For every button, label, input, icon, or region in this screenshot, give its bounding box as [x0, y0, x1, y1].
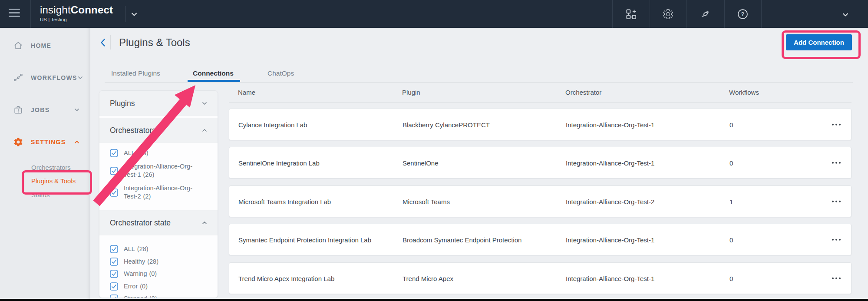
filter-section-title: Orchestrators [110, 126, 156, 135]
filter-option-count: (0) [149, 270, 157, 277]
chevron-up-icon [201, 219, 208, 226]
row-actions-menu-icon[interactable] [831, 236, 842, 243]
cell-plugin: Microsoft Teams [403, 198, 450, 205]
chevron-down-icon [201, 100, 208, 107]
window-bottom-edge [0, 299, 868, 301]
back-button[interactable] [96, 36, 110, 50]
cell-plugin: SentinelOne [403, 159, 439, 166]
filter-option-label: Integration-Alliance-Org-Test-1 [124, 163, 192, 178]
tab-connections[interactable]: Connections [193, 69, 234, 79]
filter-option[interactable]: Stopped(0) [110, 294, 213, 298]
brand-environment: US | Testing [40, 17, 113, 22]
sidebar-item-plugins-tools[interactable]: Plugins & Tools [31, 175, 76, 186]
cell-workflows: 0 [729, 275, 733, 282]
filter-option[interactable]: Error(0) [110, 282, 213, 291]
topbar: insightConnect US | Testing [0, 0, 868, 28]
filter-option[interactable]: Integration-Alliance-Org-Test-2(2) [110, 184, 213, 201]
svg-text:?: ? [741, 11, 745, 17]
table-row[interactable]: Trend Micro Apex Integration Lab Trend M… [229, 262, 851, 294]
filter-option-count: (26) [143, 171, 155, 178]
checkbox-checked-icon[interactable] [110, 189, 118, 197]
filter-option[interactable]: Healthy(28) [110, 258, 213, 266]
account-chevron-icon[interactable] [842, 11, 849, 19]
title-separator [110, 35, 111, 50]
checkbox-checked-icon[interactable] [110, 282, 118, 291]
checkbox-checked-icon[interactable] [110, 167, 118, 175]
sidebar-item-home[interactable]: HOME [0, 38, 90, 53]
sidebar: HOME WORKFLOWS [0, 28, 90, 301]
product-switch-chevron-icon[interactable] [130, 10, 138, 18]
sub-item-label: Status [31, 191, 50, 198]
filter-section-plugins[interactable]: Plugins [99, 91, 218, 116]
filter-section-orchestrator-state[interactable]: Orchestrator state [99, 210, 218, 235]
help-icon[interactable]: ? [737, 8, 749, 20]
cell-name: Microsoft Teams Integration Lab [238, 198, 331, 205]
filter-option[interactable]: ALL(28) [110, 245, 213, 253]
filter-option-count: (2) [143, 193, 151, 200]
cell-workflows: 0 [729, 236, 733, 243]
app-window: insightConnect US | Testing [0, 0, 868, 301]
sidebar-item-orchestrators[interactable]: Orchestrators [31, 162, 71, 173]
sidebar-item-settings[interactable]: SETTINGS [0, 135, 90, 149]
topbar-divider [650, 0, 650, 28]
chevron-up-icon [201, 127, 208, 134]
cell-name: Cylance Integration Lab [238, 121, 307, 128]
tab-installed-plugins[interactable]: Installed Plugins [111, 69, 160, 79]
account-name-redacted[interactable] [776, 7, 829, 20]
filter-panel: Plugins Orchestrators ALL(28) [99, 90, 218, 298]
brand-separator [125, 6, 125, 22]
table-header-rule [229, 103, 851, 103]
filter-option-label: ALL [124, 149, 135, 156]
checkbox-checked-icon[interactable] [110, 294, 118, 298]
brand-connect: Connect [71, 4, 113, 16]
column-header-plugin: Plugin [402, 89, 420, 96]
table-row[interactable]: Microsoft Teams Integration Lab Microsof… [229, 185, 851, 217]
cell-workflows: 0 [729, 121, 733, 128]
filter-section-orchestrators[interactable]: Orchestrators [99, 118, 218, 143]
table-row[interactable]: Symantec Endpoint Protection Integration… [229, 224, 851, 255]
checkbox-checked-icon[interactable] [110, 270, 118, 278]
sidebar-item-label: HOME [31, 42, 51, 49]
cell-orchestrator: Integration-Alliance-Org-Test-1 [566, 121, 654, 128]
cell-plugin: Blackberry CylancePROTECT [403, 121, 490, 128]
cell-plugin: Trend Micro Apex [403, 275, 453, 282]
sidebar-item-workflows[interactable]: WORKFLOWS [0, 70, 90, 85]
cell-orchestrator: Integration-Alliance-Org-Test-1 [566, 275, 654, 282]
row-actions-menu-icon[interactable] [831, 198, 842, 205]
filter-option[interactable]: ALL(28) [110, 149, 213, 157]
filter-option[interactable]: Warning(0) [110, 270, 213, 278]
table-row[interactable]: SentinelOne Integration Lab SentinelOne … [229, 147, 851, 179]
menu-icon[interactable] [9, 9, 20, 19]
row-actions-menu-icon[interactable] [831, 121, 842, 128]
add-connection-button[interactable]: Add Connection [786, 34, 852, 50]
gear-icon [13, 137, 23, 147]
main-content: Plugins & Tools Add Connection Installed… [90, 28, 868, 301]
jobs-icon [13, 105, 23, 115]
filter-section-title: Orchestrator state [110, 218, 171, 228]
checkbox-checked-icon[interactable] [110, 258, 118, 266]
home-icon [13, 40, 23, 51]
page-title: Plugins & Tools [119, 36, 190, 49]
sub-item-label: Plugins & Tools [31, 177, 76, 185]
tab-chatops[interactable]: ChatOps [267, 69, 294, 79]
filter-option[interactable]: Integration-Alliance-Org-Test-1(26) [110, 162, 213, 179]
checkbox-checked-icon[interactable] [110, 245, 118, 253]
workflow-builder-icon[interactable] [625, 8, 637, 20]
gear-icon[interactable] [662, 8, 674, 20]
checkbox-checked-icon[interactable] [110, 149, 118, 157]
filter-option-label: Healthy [124, 258, 145, 265]
sidebar-item-jobs[interactable]: JOBS [0, 103, 90, 117]
topbar-divider [686, 0, 687, 28]
table-row[interactable]: Cylance Integration Lab Blackberry Cylan… [229, 109, 851, 140]
workflows-icon [13, 73, 23, 83]
chevron-up-icon [74, 139, 80, 145]
cell-name: Symantec Endpoint Protection Integration… [238, 236, 371, 243]
row-actions-menu-icon[interactable] [831, 159, 842, 166]
filter-option-count: (28) [147, 258, 158, 265]
sidebar-item-status[interactable]: Status [31, 189, 50, 200]
sidebar-item-label: SETTINGS [31, 139, 66, 146]
filter-option-label: ALL [124, 245, 135, 252]
plug-icon[interactable] [700, 8, 711, 20]
row-actions-menu-icon[interactable] [831, 275, 842, 282]
cell-orchestrator: Integration-Alliance-Org-Test-2 [566, 198, 654, 205]
